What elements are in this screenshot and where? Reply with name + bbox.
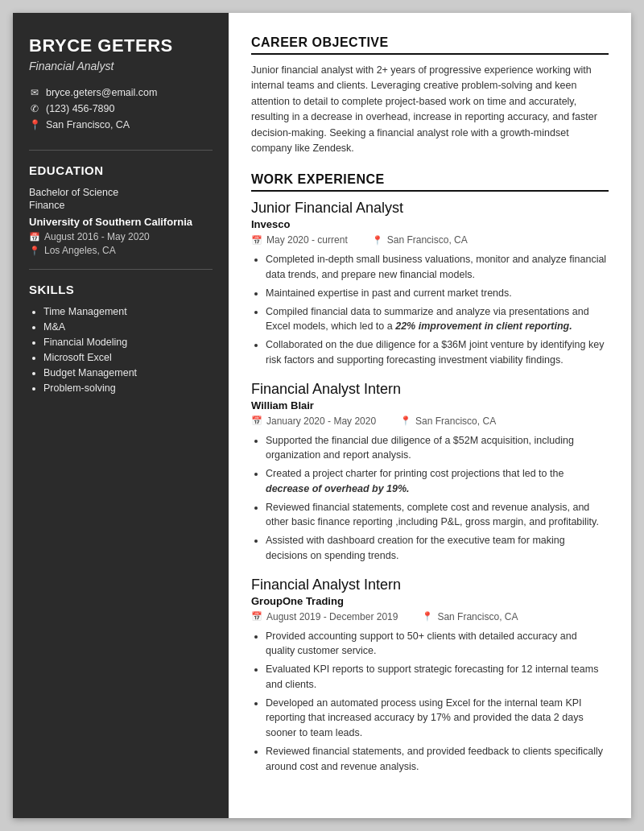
- edu-school: University of Southern California: [29, 216, 213, 228]
- job-1-bullet-3: Compiled financial data to summarize and…: [266, 304, 609, 335]
- phone-item: ✆ (123) 456-7890: [29, 103, 213, 114]
- loc-icon-3: 📍: [422, 611, 433, 622]
- phone-icon: ✆: [29, 103, 40, 114]
- cal-icon-1: 📅: [251, 235, 262, 246]
- bold-italic-2: decrease of overhead by 19%.: [266, 483, 410, 494]
- calendar-icon: 📅: [29, 232, 40, 242]
- job-2-bullet-1: Supported the financial due diligence of…: [266, 433, 609, 464]
- job-1-title: Junior Financial Analyst: [251, 200, 609, 217]
- job-2-bullet-3: Reviewed financial statements, complete …: [266, 500, 609, 531]
- skill-item: Microsoft Excel: [43, 352, 213, 363]
- job-3-bullet-1: Provided accounting support to 50+ clien…: [266, 629, 609, 659]
- job-3-company: GroupOne Trading: [251, 595, 609, 607]
- career-objective-title: CAREER OBJECTIVE: [251, 35, 609, 55]
- sidebar-divider-1: [29, 150, 213, 151]
- job-3-title: Financial Analyst Intern: [251, 577, 609, 593]
- phone-text: (123) 456-7890: [46, 103, 114, 114]
- loc-icon-2: 📍: [400, 416, 411, 426]
- candidate-name: BRYCE GETERS: [29, 35, 213, 56]
- map-icon: 📍: [29, 246, 40, 256]
- job-3-bullet-4: Reviewed financial statements, and provi…: [266, 744, 609, 775]
- work-experience-section: WORK EXPERIENCE Junior Financial Analyst…: [251, 172, 609, 774]
- job-3-location: 📍 San Francisco, CA: [422, 611, 518, 622]
- skill-item: Budget Management: [43, 367, 213, 378]
- email-icon: ✉: [29, 87, 40, 98]
- resume-container: BRYCE GETERS Financial Analyst ✉ bryce.g…: [13, 13, 631, 818]
- job-3-bullets: Provided accounting support to 50+ clien…: [251, 629, 609, 775]
- edu-location: 📍 Los Angeles, CA: [29, 245, 213, 256]
- main-content: CAREER OBJECTIVE Junior financial analys…: [229, 13, 631, 818]
- job-2-title: Financial Analyst Intern: [251, 381, 609, 398]
- education-title: EDUCATION: [29, 163, 213, 177]
- sidebar-divider-2: [29, 269, 213, 270]
- edu-date: 📅 August 2016 - May 2020: [29, 231, 213, 242]
- work-experience-title: WORK EXPERIENCE: [251, 172, 609, 192]
- job-2: Financial Analyst Intern William Blair 📅…: [251, 381, 609, 564]
- skill-item: Financial Modeling: [43, 337, 213, 348]
- career-objective-section: CAREER OBJECTIVE Junior financial analys…: [251, 35, 609, 156]
- cal-icon-2: 📅: [251, 416, 262, 426]
- job-1-date: 📅 May 2020 - current: [251, 234, 348, 246]
- candidate-title: Financial Analyst: [29, 60, 213, 72]
- job-1-bullets: Completed in-depth small business valuat…: [251, 252, 609, 367]
- job-2-date: 📅 January 2020 - May 2020: [251, 416, 376, 427]
- skill-item: Problem-solving: [43, 382, 213, 394]
- job-2-bullets: Supported the financial due diligence of…: [251, 433, 609, 564]
- job-1-bullet-2: Maintained expertise in past and current…: [266, 286, 609, 301]
- job-3-bullet-3: Developed an automated process using Exc…: [266, 696, 609, 741]
- cal-icon-3: 📅: [251, 611, 262, 622]
- job-1-company: Invesco: [251, 218, 609, 230]
- edu-field: Finance: [29, 200, 213, 211]
- job-3: Financial Analyst Intern GroupOne Tradin…: [251, 577, 609, 775]
- skill-item: Time Management: [43, 306, 213, 317]
- job-1-bullet-4: Collaborated on the due diligence for a …: [266, 337, 609, 368]
- career-objective-text: Junior financial analyst with 2+ years o…: [251, 63, 609, 156]
- skills-section: SKILLS Time ManagementM&AFinancial Model…: [29, 283, 213, 394]
- job-1-meta: 📅 May 2020 - current 📍 San Francisco, CA: [251, 234, 609, 246]
- loc-icon-1: 📍: [372, 235, 383, 246]
- job-1: Junior Financial Analyst Invesco 📅 May 2…: [251, 200, 609, 367]
- location-icon: 📍: [29, 119, 40, 130]
- job-2-bullet-2: Created a project charter for printing c…: [266, 466, 609, 497]
- job-3-meta: 📅 August 2019 - December 2019 📍 San Fran…: [251, 611, 609, 622]
- job-3-bullet-2: Evaluated KPI reports to support strateg…: [266, 662, 609, 692]
- education-section: EDUCATION Bachelor of Science Finance Un…: [29, 163, 213, 256]
- edu-degree: Bachelor of Science: [29, 187, 213, 198]
- email-text: bryce.geters@email.com: [46, 87, 157, 98]
- job-1-location: 📍 San Francisco, CA: [372, 234, 468, 246]
- email-item: ✉ bryce.geters@email.com: [29, 87, 213, 98]
- skills-list: Time ManagementM&AFinancial ModelingMicr…: [29, 306, 213, 394]
- job-2-meta: 📅 January 2020 - May 2020 📍 San Francisc…: [251, 416, 609, 427]
- job-2-location: 📍 San Francisco, CA: [400, 416, 496, 427]
- location-item: 📍 San Francisco, CA: [29, 119, 213, 130]
- contact-section: ✉ bryce.geters@email.com ✆ (123) 456-789…: [29, 87, 213, 130]
- job-3-date: 📅 August 2019 - December 2019: [251, 611, 398, 622]
- job-2-bullet-4: Assisted with dashboard creation for the…: [266, 533, 609, 564]
- sidebar: BRYCE GETERS Financial Analyst ✉ bryce.g…: [13, 13, 229, 818]
- bold-italic-1: 22% improvement in client reporting.: [395, 320, 572, 332]
- job-2-company: William Blair: [251, 399, 609, 411]
- job-1-bullet-1: Completed in-depth small business valuat…: [266, 252, 609, 283]
- skill-item: M&A: [43, 321, 213, 333]
- location-text: San Francisco, CA: [46, 119, 130, 130]
- skills-title: SKILLS: [29, 283, 213, 296]
